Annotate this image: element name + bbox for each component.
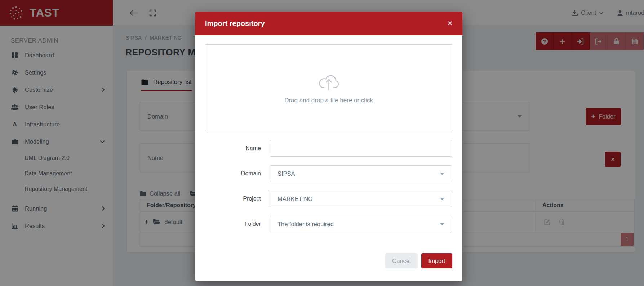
modal-title: Import repository [205,19,448,28]
cloud-upload-icon [316,72,342,91]
modal-footer: Cancel Import [205,253,452,268]
form-row-domain: Domain SIPSA [205,165,452,182]
caret-down-icon [440,173,444,175]
modal-header: Import repository × [195,12,462,35]
name-input[interactable] [270,140,452,156]
import-repository-modal: Import repository × Drag and drop a file… [195,12,462,281]
folder-label: Folder [205,221,261,227]
caret-down-icon [440,223,444,225]
dropzone-text: Drag and drop a file here or click [284,97,373,104]
import-button[interactable]: Import [421,253,452,268]
domain-label: Domain [205,170,261,177]
caret-down-icon [440,198,444,200]
form-row-folder: Folder The folder is required [205,216,452,232]
modal-body: Drag and drop a file here or click Name … [195,35,462,281]
close-icon[interactable]: × [448,19,452,27]
cancel-button[interactable]: Cancel [385,253,418,268]
form-row-project: Project MARKETING [205,191,452,207]
project-select[interactable]: MARKETING [270,191,452,207]
file-dropzone[interactable]: Drag and drop a file here or click [205,44,452,131]
project-label: Project [205,196,261,202]
name-field-wrap [270,140,452,157]
form-row-name: Name [205,140,452,157]
folder-select[interactable]: The folder is required [270,216,452,232]
domain-select[interactable]: SIPSA [270,165,452,182]
name-label: Name [205,145,261,152]
